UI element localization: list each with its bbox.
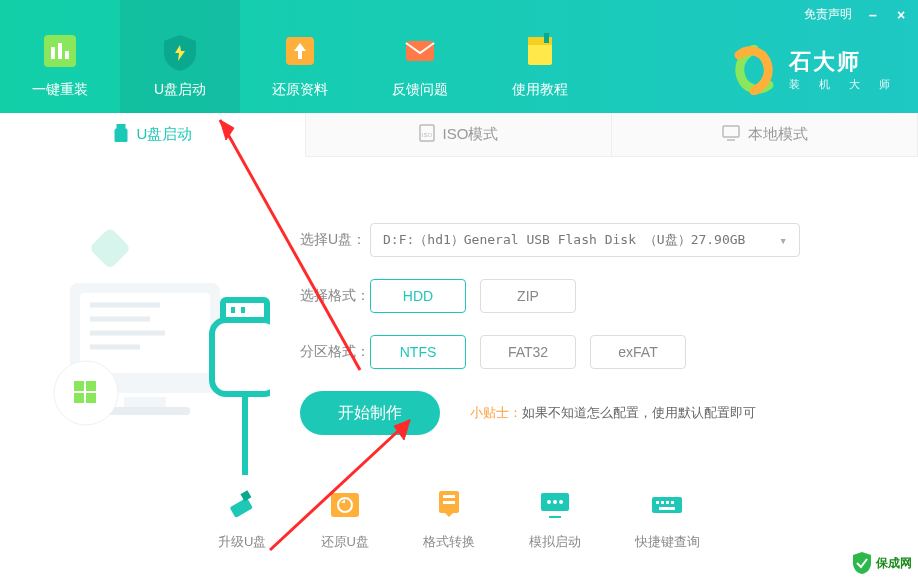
svg-rect-3 [65,51,69,59]
illustration [40,197,270,457]
svg-rect-15 [723,126,739,137]
svg-rect-7 [406,41,434,61]
usb-select-value: D:F:（hd1）General USB Flash Disk （U盘）27.9… [383,231,745,249]
nav-label: 一键重装 [32,81,88,99]
nav-tutorial[interactable]: 使用教程 [480,0,600,113]
svg-rect-12 [115,129,127,142]
usb-upgrade-icon [222,485,262,525]
svg-rect-37 [241,490,252,501]
tool-hotkey-lookup[interactable]: 快捷键查询 [635,485,700,551]
tool-simulate-boot[interactable]: 模拟启动 [529,485,581,551]
main-nav: 一键重装 U盘启动 还原资料 反馈问题 使用教程 [0,0,600,113]
tip-prefix: 小贴士： [470,405,522,420]
brand-subtitle: 装 机 大 师 [789,77,898,92]
svg-rect-1 [51,47,55,59]
tool-label: 还原U盘 [321,533,369,551]
tab-iso-mode[interactable]: ISO ISO模式 [306,113,612,157]
svg-rect-43 [443,495,455,498]
tab-label: 本地模式 [748,125,808,144]
upload-box-icon [278,29,322,73]
partition-option-fat32[interactable]: FAT32 [480,335,576,369]
svg-rect-38 [331,493,359,517]
svg-text:ISO: ISO [421,132,432,138]
tool-row: 升级U盘 还原U盘 格式转换 模拟启动 快捷键查询 [0,485,918,551]
svg-rect-20 [124,397,166,407]
svg-point-48 [559,500,563,504]
brand-logo-icon [729,45,779,95]
usb-select-label: 选择U盘： [300,231,370,249]
format-option-zip[interactable]: ZIP [480,279,576,313]
nav-label: U盘启动 [154,81,206,99]
svg-rect-27 [74,381,84,391]
monitor-icon [722,125,740,144]
nav-restore[interactable]: 还原资料 [240,0,360,113]
format-label: 选择格式： [300,287,370,305]
tool-upgrade-usb[interactable]: 升级U盘 [218,485,266,551]
svg-rect-36 [230,498,253,518]
nav-label: 还原资料 [272,81,328,99]
brand-title: 石大师 [789,47,898,77]
chevron-down-icon: ▾ [779,233,787,248]
svg-rect-11 [117,124,125,129]
app-header: 一键重装 U盘启动 还原资料 反馈问题 使用教程 [0,0,918,113]
nav-feedback[interactable]: 反馈问题 [360,0,480,113]
tool-label: 格式转换 [423,533,475,551]
tab-usb-boot[interactable]: U盘启动 [0,113,306,157]
convert-icon [429,485,469,525]
svg-point-47 [553,500,557,504]
svg-rect-51 [656,501,659,504]
svg-marker-42 [443,511,455,517]
svg-rect-10 [544,33,549,43]
monitor-play-icon [535,485,575,525]
svg-rect-17 [89,227,131,269]
partition-option-exfat[interactable]: exFAT [590,335,686,369]
mode-tabs: U盘启动 ISO ISO模式 本地模式 [0,113,918,157]
svg-rect-30 [86,393,96,403]
tool-label: 模拟启动 [529,533,581,551]
tool-format-convert[interactable]: 格式转换 [423,485,475,551]
tool-restore-usb[interactable]: 还原U盘 [321,485,369,551]
nav-reinstall[interactable]: 一键重装 [0,0,120,113]
shield-check-icon [852,551,872,575]
watermark-text: 保成网 [876,555,912,572]
partition-option-ntfs[interactable]: NTFS [370,335,466,369]
tool-label: 快捷键查询 [635,533,700,551]
format-option-hdd[interactable]: HDD [370,279,466,313]
nav-label: 反馈问题 [392,81,448,99]
svg-rect-29 [74,393,84,403]
svg-point-46 [547,500,551,504]
config-tip: 小贴士：如果不知道怎么配置，使用默认配置即可 [470,404,756,422]
usb-stick-icon [113,124,129,145]
source-watermark: 保成网 [852,551,912,575]
mail-icon [398,29,442,73]
book-icon [518,29,562,73]
svg-rect-54 [671,501,674,504]
iso-file-icon: ISO [419,124,435,145]
nav-usb-boot[interactable]: U盘启动 [120,0,240,113]
svg-rect-28 [86,381,96,391]
tab-label: U盘启动 [137,125,193,144]
tab-local-mode[interactable]: 本地模式 [612,113,918,157]
partition-label: 分区格式： [300,343,370,361]
tip-text: 如果不知道怎么配置，使用默认配置即可 [522,405,756,420]
keyboard-icon [647,485,687,525]
svg-rect-2 [58,43,62,59]
config-form: 选择U盘： D:F:（hd1）General USB Flash Disk （U… [300,197,878,457]
bar-chart-icon [38,29,82,73]
minimize-button[interactable]: – [866,8,880,22]
close-button[interactable]: × [894,8,908,22]
svg-rect-50 [652,497,682,513]
tab-label: ISO模式 [443,125,499,144]
usb-shield-icon [158,29,202,73]
nav-label: 使用教程 [512,81,568,99]
svg-rect-55 [659,507,675,510]
svg-rect-52 [661,501,664,504]
disclaimer-link[interactable]: 免责声明 [804,6,852,23]
restore-icon [325,485,365,525]
svg-rect-44 [443,501,455,504]
svg-rect-53 [666,501,669,504]
svg-rect-34 [212,320,270,394]
start-create-button[interactable]: 开始制作 [300,391,440,435]
tool-label: 升级U盘 [218,533,266,551]
usb-select[interactable]: D:F:（hd1）General USB Flash Disk （U盘）27.9… [370,223,800,257]
